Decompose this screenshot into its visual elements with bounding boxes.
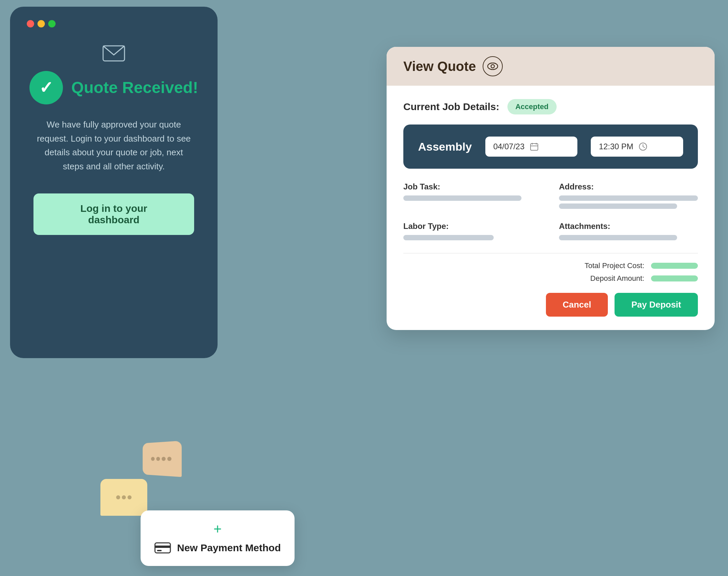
bubble-dot [122,495,126,499]
view-quote-header: View Quote [387,47,715,86]
bubble-dot [156,457,159,461]
checkmark-icon: ✓ [39,79,53,96]
chat-bubble-left [100,479,147,516]
deposit-amount-label: Deposit Amount: [590,274,644,283]
action-buttons: Cancel Pay Deposit [403,293,698,317]
left-mobile-card: ✓ Quote Received! We have fully approved… [10,7,217,358]
credit-card-icon [154,542,171,554]
svg-rect-11 [155,546,170,548]
cancel-button[interactable]: Cancel [546,293,608,317]
payment-method-card[interactable]: + New Payment Method [141,510,295,566]
labor-type-bar [403,235,494,240]
address-bar-2 [559,203,677,209]
eye-icon-button[interactable] [483,56,503,76]
total-project-cost-value [651,263,698,269]
total-project-cost-label: Total Project Cost: [584,261,644,270]
address-bar-1 [559,196,698,201]
bubble-dot [167,457,171,461]
attachments-label: Attachments: [559,222,698,231]
plus-icon: + [213,522,222,536]
attachments-field: Attachments: [559,222,698,243]
address-label: Address: [559,182,698,192]
quote-body: Current Job Details: Accepted Assembly 0… [387,86,715,330]
job-details-row: Current Job Details: Accepted [403,99,698,114]
labor-type-field: Labor Type: [403,222,542,243]
quote-received-title: Quote Received! [71,78,198,97]
time-input[interactable]: 12:30 PM [591,137,683,156]
svg-rect-3 [530,144,538,150]
svg-point-1 [488,63,498,69]
pay-deposit-button[interactable]: Pay Deposit [614,293,698,317]
maximize-dot[interactable] [48,20,56,27]
success-row: ✓ Quote Received! [29,71,198,105]
svg-point-2 [491,65,494,68]
view-quote-title: View Quote [403,59,476,74]
date-input[interactable]: 04/07/23 [485,137,578,156]
minimize-dot[interactable] [37,20,45,27]
chat-bubbles-illustration [100,442,181,516]
eye-icon [487,63,498,70]
status-badge: Accepted [507,99,557,114]
envelope-icon [102,44,125,63]
bubble-dot [116,495,120,499]
time-value: 12:30 PM [599,142,633,151]
address-field: Address: [559,182,698,211]
svg-line-9 [643,147,645,148]
deposit-amount-row: Deposit Amount: [590,274,698,283]
assembly-label: Assembly [418,140,472,153]
details-grid: Job Task: Address: Labor Type: Attachmen… [403,182,698,243]
job-task-field: Job Task: [403,182,542,211]
bubble-dot [151,457,155,461]
close-dot[interactable] [27,20,34,27]
job-task-label: Job Task: [403,182,542,192]
clock-icon [639,142,647,151]
bubble-dot [161,457,165,461]
description-text: We have fully approved your quote reques… [33,118,194,173]
check-circle: ✓ [29,71,63,105]
labor-type-label: Labor Type: [403,222,542,231]
date-value: 04/07/23 [493,142,524,151]
login-dashboard-button[interactable]: Log in to your dashboard [33,194,194,235]
view-quote-card: View Quote Current Job Details: Accepted… [387,47,715,330]
payment-method-label: New Payment Method [177,542,281,554]
job-task-bar [403,196,522,201]
chat-bubble-right [143,441,182,477]
assembly-card: Assembly 04/07/23 12:30 PM [403,124,698,169]
svg-rect-12 [157,550,162,551]
bubble-dots-right [151,457,171,461]
bubble-dot [127,495,132,499]
divider [403,253,698,253]
totals-section: Total Project Cost: Deposit Amount: [403,261,698,283]
window-controls [27,20,56,27]
payment-row: New Payment Method [154,542,281,554]
bubble-dots-left [116,495,132,499]
job-details-label: Current Job Details: [403,101,499,112]
total-project-cost-row: Total Project Cost: [584,261,698,270]
deposit-amount-value [651,276,698,282]
attachments-bar [559,235,677,240]
calendar-icon [530,142,538,151]
